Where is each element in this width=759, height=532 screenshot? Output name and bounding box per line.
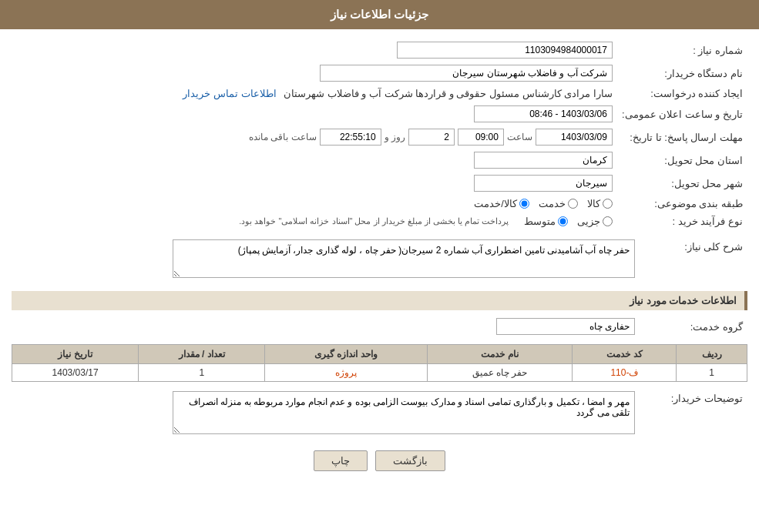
print-button[interactable]: چاپ xyxy=(314,450,368,471)
col-unit: واحد اندازه گیری xyxy=(265,345,427,364)
unit-link[interactable]: پروژه xyxy=(335,367,357,378)
reply-deadline-label: مهلت ارسال پاسخ: تا تاریخ: xyxy=(617,125,747,149)
page-title: جزئیات اطلاعات نیاز xyxy=(331,8,428,21)
group-service-label: گروه خدمت: xyxy=(640,315,747,338)
category-khedmat-radio[interactable] xyxy=(568,199,578,209)
group-service-input[interactable] xyxy=(496,318,635,335)
cell-date: 1403/03/17 xyxy=(12,364,139,382)
need-number-label: شماره نیاز : xyxy=(617,38,747,62)
process-motavasset-radio[interactable] xyxy=(558,216,568,226)
buttons-row: بازگشت چاپ xyxy=(12,450,747,471)
process-note: پرداخت تمام یا بخشی از مبلغ خریدار از مح… xyxy=(239,216,509,226)
announce-date-label: تاریخ و ساعت اعلان عمومی: xyxy=(617,102,747,125)
need-number-input[interactable] xyxy=(397,42,613,59)
col-name: نام خدمت xyxy=(427,345,573,364)
notes-textarea[interactable] xyxy=(173,391,635,434)
process-jazee-option[interactable]: جزیی xyxy=(577,216,613,227)
table-row: 1 ف-110 حفر چاه عمیق پروژه 1 1403/03/17 xyxy=(12,364,747,382)
col-date: تاریخ نیاز xyxy=(12,345,139,364)
cell-name: حفر چاه عمیق xyxy=(427,364,573,382)
notes-label: توضیحات خریدار: xyxy=(640,388,747,440)
page-header: جزئیات اطلاعات نیاز xyxy=(0,0,759,29)
back-button[interactable]: بازگشت xyxy=(375,450,445,471)
reply-remaining-input[interactable] xyxy=(320,129,381,146)
reply-time-input[interactable] xyxy=(458,129,504,146)
category-khedmat-option[interactable]: خدمت xyxy=(539,198,578,209)
process-jazee-radio[interactable] xyxy=(603,216,613,226)
city-input[interactable] xyxy=(474,175,613,192)
remaining-label: ساعت باقی مانده xyxy=(249,132,317,142)
description-textarea[interactable] xyxy=(173,239,635,278)
col-code: کد خدمت xyxy=(573,345,677,364)
creator-label: ایجاد کننده درخواست: xyxy=(617,85,747,102)
category-kala-radio[interactable] xyxy=(603,199,613,209)
service-code-link[interactable]: ف-110 xyxy=(610,367,638,378)
creator-value: سارا مرادی کارشناس مسئول حقوقی و قراردها… xyxy=(284,88,613,99)
buyer-org-input[interactable] xyxy=(320,65,613,82)
cell-qty: 1 xyxy=(139,364,265,382)
cell-code: ف-110 xyxy=(573,364,677,382)
category-kala-option[interactable]: کالا xyxy=(587,198,613,209)
category-kala-khedmat-radio[interactable] xyxy=(519,199,529,209)
services-section-title: اطلاعات خدمات مورد نیاز xyxy=(12,291,747,310)
process-motavasset-option[interactable]: متوسط xyxy=(524,216,568,227)
province-label: استان محل تحویل: xyxy=(617,149,747,172)
category-kala-khedmat-option[interactable]: کالا/خدمت xyxy=(474,198,529,209)
creator-contact-link[interactable]: اطلاعات تماس خریدار xyxy=(183,88,276,99)
buyer-org-label: نام دستگاه خریدار: xyxy=(617,62,747,85)
reply-date-input[interactable] xyxy=(536,129,613,146)
announce-date-input[interactable] xyxy=(474,105,613,122)
col-row: ردیف xyxy=(677,345,747,364)
province-input[interactable] xyxy=(474,152,613,169)
services-table: ردیف کد خدمت نام خدمت واحد اندازه گیری ت… xyxy=(12,344,747,382)
reply-days-input[interactable] xyxy=(408,129,455,146)
days-label: روز و xyxy=(385,132,405,142)
col-qty: تعداد / مقدار xyxy=(139,345,265,364)
description-label: شرح کلی نیاز: xyxy=(640,236,747,283)
cell-row-num: 1 xyxy=(677,364,747,382)
time-label: ساعت xyxy=(507,132,532,142)
city-label: شهر محل تحویل: xyxy=(617,172,747,195)
category-label: طبقه بندی موضوعی: xyxy=(617,195,747,212)
process-label: نوع فرآیند خرید : xyxy=(617,212,747,230)
cell-unit: پروژه xyxy=(265,364,427,382)
